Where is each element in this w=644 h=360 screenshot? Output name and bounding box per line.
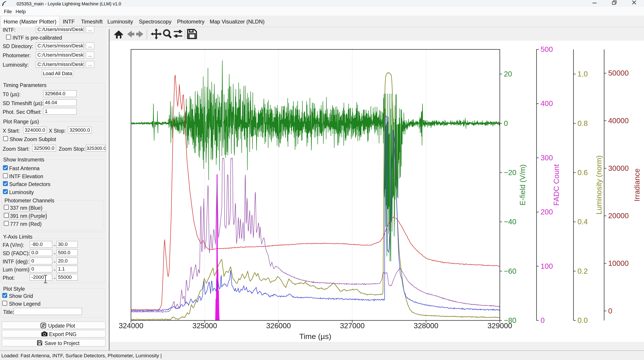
svg-text:328000: 328000 (414, 322, 438, 330)
svg-text:327000: 327000 (340, 322, 364, 330)
svg-text:200: 200 (540, 208, 553, 216)
svg-text:0.0: 0.0 (578, 316, 588, 325)
svg-text:Luminosity (norm): Luminosity (norm) (595, 155, 603, 214)
svg-text:FADC Count: FADC Count (552, 164, 560, 205)
svg-text:−20: −20 (504, 168, 516, 177)
svg-text:E-field (V/m): E-field (V/m) (518, 164, 527, 205)
svg-text:Time (µs): Time (µs) (300, 332, 332, 341)
svg-text:0: 0 (608, 307, 612, 315)
svg-text:−40: −40 (504, 217, 516, 226)
svg-text:1.0: 1.0 (578, 70, 588, 78)
svg-text:−60: −60 (504, 267, 516, 275)
svg-text:0.6: 0.6 (578, 168, 588, 177)
svg-text:100: 100 (540, 262, 553, 270)
svg-text:−80: −80 (504, 316, 516, 325)
svg-text:30000: 30000 (608, 164, 629, 173)
svg-text:Irradiance: Irradiance (633, 169, 641, 201)
svg-text:500: 500 (540, 45, 553, 53)
svg-text:400: 400 (540, 99, 553, 108)
svg-text:326000: 326000 (266, 322, 291, 330)
svg-text:0.4: 0.4 (578, 217, 588, 226)
svg-text:10000: 10000 (608, 259, 629, 267)
svg-text:300: 300 (540, 154, 553, 162)
svg-text:0: 0 (540, 316, 544, 325)
svg-text:325000: 325000 (192, 322, 217, 330)
svg-text:50000: 50000 (608, 69, 629, 77)
svg-text:324000: 324000 (119, 322, 143, 330)
svg-text:0.8: 0.8 (578, 119, 588, 128)
svg-text:20: 20 (504, 70, 512, 78)
svg-text:0.2: 0.2 (578, 267, 588, 275)
svg-text:40000: 40000 (608, 117, 629, 125)
svg-text:20000: 20000 (608, 211, 629, 220)
svg-text:0: 0 (504, 119, 508, 128)
